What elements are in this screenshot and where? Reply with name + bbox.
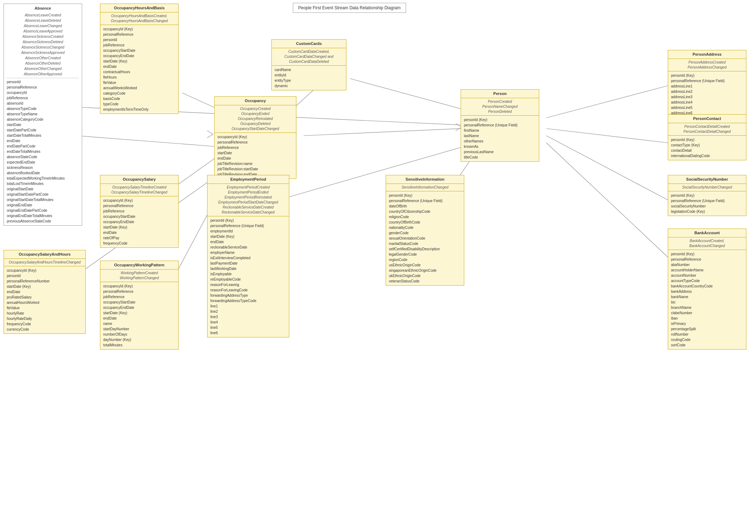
- entity-occupancy-hours-basis-fields: occupancyId (Key) personalReference pers…: [100, 25, 178, 114]
- entity-custom-cards: CustomCards CustomCardDataCreated,Custom…: [271, 39, 346, 90]
- entity-sensitive-info-events: SensitiveInformationChanged: [386, 184, 464, 191]
- entity-person-contact: PersonContact PersonContactDetailCreated…: [668, 114, 746, 160]
- entity-custom-cards-events: CustomCardDataCreated,CustomCardDataChan…: [272, 48, 346, 66]
- svg-line-8: [304, 129, 461, 136]
- absence-title: Absence: [7, 5, 79, 11]
- entity-person-address: PersonAddress PersonAddressCreatedPerson…: [668, 50, 746, 123]
- entity-occupancy-salary-title: OccupancySalary: [100, 175, 178, 184]
- entity-person-events: PersonCreatedPersonNameChangedPersonDele…: [461, 98, 539, 116]
- entity-occupancy-working-pattern-title: OccupancyWorkingPattern: [100, 261, 178, 270]
- entity-person-contact-events: PersonContactDetailCreatedPersonContactD…: [668, 123, 746, 136]
- entity-custom-cards-title: CustomCards: [272, 40, 346, 48]
- svg-line-14: [546, 143, 668, 257]
- entity-bank-account: BankAccount BankAccountCreated,BankAccou…: [668, 229, 746, 350]
- entity-occupancy-working-pattern: OccupancyWorkingPattern WorkingPatternCr…: [100, 261, 179, 350]
- entity-ssn-title: SocialSecurityNumber: [668, 175, 746, 184]
- entity-person-contact-fields: personId (Key) contactType (Key) contact…: [668, 136, 746, 160]
- entity-occupancy-working-pattern-events: WorkingPatternCreatedWorkingPatternChang…: [100, 270, 178, 282]
- svg-line-12: [546, 129, 668, 143]
- svg-line-13: [546, 136, 668, 200]
- entity-ssn: SocialSecurityNumber SocialSecurityNumbe…: [668, 175, 746, 216]
- absence-fields: personId personalReference occupancyId j…: [7, 79, 79, 224]
- entity-bank-account-fields: personId (Key) personalReference abaNumb…: [668, 250, 746, 349]
- entity-occupancy-salary-events: OccupancySalaryTimelineCreatedOccupancyS…: [100, 184, 178, 196]
- entity-person-address-title: PersonAddress: [668, 50, 746, 59]
- entity-occupancy-salary-hours-fields: occupancyId (Key) personId personalRefer…: [4, 266, 85, 333]
- entity-occupancy-salary-hours-events: OccupancySalaryAndHoursTimelineChanged: [4, 259, 85, 266]
- entity-occupancy-hours-basis-events: OccupancyHoursAndBasisCreated,OccupancyH…: [100, 12, 178, 25]
- entity-bank-account-events: BankAccountCreated,BankAccountChanged: [668, 237, 746, 250]
- entity-person-title: Person: [461, 90, 539, 98]
- svg-line-7: [350, 79, 468, 111]
- entity-ssn-events: SocialSecurityNumberChanged: [668, 184, 746, 191]
- entity-occupancy: Occupancy OccupancyCreatedOccupancyEnded…: [214, 96, 296, 179]
- entity-occupancy-hours-basis: OccupancyHoursAndBasis OccupancyHoursAnd…: [100, 4, 179, 114]
- entity-person-address-events: PersonAddressCreatedPersonAddressChanged: [668, 59, 746, 71]
- diagram-container: People First Event Stream Data Relations…: [0, 0, 756, 532]
- absence-events: AbsenceLeaveCreatedAbsenceLeaveDeletedAb…: [7, 12, 79, 78]
- svg-line-0: [77, 136, 214, 146]
- entity-occupancy-title: Occupancy: [215, 97, 296, 105]
- entity-sensitive-info-fields: personId (Key) personalReference (Unique…: [386, 191, 464, 285]
- entity-custom-cards-fields: cardName entityId entityType dynamic: [272, 66, 346, 90]
- entity-absence: Absence AbsenceLeaveCreatedAbsenceLeaveD…: [4, 4, 82, 226]
- entity-person-contact-title: PersonContact: [668, 115, 746, 123]
- svg-line-11: [546, 86, 668, 118]
- entity-sensitive-info: SensitiveInformation SensitiveInformatio…: [386, 175, 464, 286]
- entity-occupancy-events: OccupancyCreatedOccupancyEndedOccupancyR…: [215, 105, 296, 133]
- entity-person: Person PersonCreatedPersonNameChangedPer…: [461, 89, 539, 162]
- entity-occupancy-salary-fields: occupancyId (Key) personalReference jobR…: [100, 196, 178, 247]
- entity-bank-account-title: BankAccount: [668, 229, 746, 237]
- entity-ssn-fields: personId (Key) personalReference (Unique…: [668, 191, 746, 216]
- entity-occupancy-salary: OccupancySalary OccupancySalaryTimelineC…: [100, 175, 179, 248]
- svg-line-16: [207, 134, 213, 138]
- entity-employment-period-fields: personId (Key) personalReference (Unique…: [207, 216, 289, 337]
- entity-employment-period-events: EmploymentPeriodCreatedEmploymentPeriodE…: [207, 184, 289, 216]
- entity-employment-period: EmploymentPeriod EmploymentPeriodCreated…: [207, 175, 289, 337]
- entity-occupancy-hours-basis-title: OccupancyHoursAndBasis: [100, 4, 178, 12]
- entity-occupancy-salary-hours-title: OccupancySalaryAndHours: [4, 250, 85, 259]
- entity-sensitive-info-title: SensitiveInformation: [386, 175, 464, 184]
- entity-occupancy-fields: occupancyId (Key) personalReference jobR…: [215, 133, 296, 179]
- entity-occupancy-working-pattern-fields: occupancyId (Key) personalReference jobR…: [100, 282, 178, 349]
- entity-person-fields: personId (Key) personalReference (Unique…: [461, 116, 539, 161]
- svg-line-15: [207, 131, 213, 134]
- entity-employment-period-title: EmploymentPeriod: [207, 175, 289, 184]
- entity-occupancy-salary-hours: OccupancySalaryAndHours OccupancySalaryA…: [4, 250, 86, 334]
- diagram-title: People First Event Stream Data Relations…: [293, 3, 406, 13]
